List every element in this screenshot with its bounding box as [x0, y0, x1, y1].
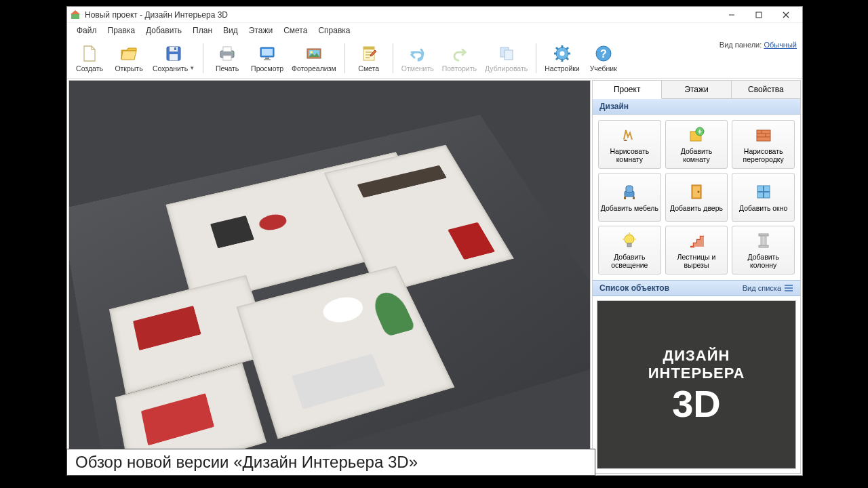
svg-rect-8 [170, 54, 178, 60]
wall-icon [754, 125, 773, 144]
create-label: Создать [76, 64, 103, 73]
duplicate-icon [497, 44, 516, 63]
chevron-down-icon: ▼ [189, 65, 195, 71]
close-button[interactable] [772, 7, 800, 22]
menu-add[interactable]: Добавить [140, 24, 187, 37]
3d-viewport[interactable] [68, 80, 591, 474]
svg-rect-63 [761, 235, 766, 246]
toolbar-separator [344, 43, 345, 73]
svg-rect-43 [757, 130, 770, 141]
list-view-toggle[interactable]: Вид списка [743, 283, 793, 293]
menu-plan[interactable]: План [187, 24, 218, 37]
add-column-button[interactable]: Добавить колонну [732, 226, 795, 274]
redo-label: Повторить [442, 64, 477, 73]
open-button[interactable]: Открыть [111, 40, 147, 77]
minimize-button[interactable] [718, 7, 745, 22]
tab-properties[interactable]: Свойства [732, 81, 800, 99]
tutorial-button[interactable]: ? Учебник [585, 40, 622, 77]
chair-icon [620, 182, 639, 201]
print-button[interactable]: Печать [209, 40, 245, 77]
menu-file[interactable]: Файл [71, 24, 102, 37]
save-icon [164, 44, 183, 63]
estimate-label: Смета [358, 64, 379, 73]
menu-estimate[interactable]: Смета [278, 24, 313, 37]
svg-rect-12 [223, 56, 231, 60]
door-icon [687, 182, 706, 201]
menu-view[interactable]: Вид [218, 24, 243, 37]
design-tool-grid: Нарисовать комнату + Добавить комнату На… [593, 115, 800, 280]
draw-partition-button[interactable]: Нарисовать перегородку [732, 120, 795, 169]
svg-point-20 [310, 51, 313, 54]
photoreal-icon [304, 44, 323, 63]
floorplan-render [68, 115, 591, 474]
svg-rect-15 [262, 49, 273, 56]
svg-rect-16 [265, 58, 269, 59]
duplicate-label: Дублировать [485, 64, 528, 73]
svg-point-54 [697, 190, 699, 192]
svg-rect-68 [785, 285, 793, 286]
svg-rect-7 [170, 47, 178, 52]
menu-help[interactable]: Справка [313, 24, 355, 37]
svg-text:+: + [698, 128, 702, 136]
svg-rect-9 [174, 47, 176, 50]
photoreal-label: Фотореализм [292, 64, 336, 73]
svg-rect-50 [624, 197, 626, 199]
add-furniture-button[interactable]: Добавить мебель [598, 173, 661, 222]
settings-button[interactable]: Настройки [542, 40, 583, 77]
lightbulb-icon [620, 231, 639, 250]
undo-icon [408, 44, 427, 63]
svg-rect-0 [71, 14, 79, 19]
print-label: Печать [216, 64, 239, 73]
app-icon [70, 9, 81, 20]
duplicate-button[interactable]: Дублировать [482, 40, 530, 77]
create-button[interactable]: Создать [71, 40, 108, 77]
svg-rect-17 [264, 59, 271, 60]
design-section-header: Дизайн [593, 99, 800, 115]
add-lighting-button[interactable]: Добавить освещение [598, 226, 661, 274]
svg-line-34 [556, 47, 558, 49]
draw-room-button[interactable]: Нарисовать комнату [598, 120, 661, 169]
svg-text:?: ? [600, 48, 607, 60]
menu-floors[interactable]: Этажи [243, 24, 278, 37]
undo-button[interactable]: Отменить [399, 40, 437, 77]
video-caption: Обзор новой версии «Дизайн Интерьера 3D» [66, 449, 595, 476]
panel-view-link[interactable]: Обычный [764, 41, 797, 49]
add-window-button[interactable]: Добавить окно [732, 173, 795, 222]
svg-rect-59 [627, 243, 631, 247]
printer-icon [218, 44, 237, 63]
svg-line-36 [566, 47, 568, 49]
draw-room-icon [620, 125, 639, 144]
menu-edit[interactable]: Правка [102, 24, 141, 37]
preview-button[interactable]: Просмотр [248, 40, 286, 77]
window-controls [718, 7, 800, 22]
window-title: Новый проект - Дизайн Интерьера 3D [85, 10, 718, 20]
add-door-button[interactable]: Добавить дверь [665, 173, 728, 222]
svg-point-13 [231, 52, 233, 54]
window-icon [754, 182, 773, 201]
svg-line-37 [556, 58, 558, 60]
svg-rect-65 [759, 245, 768, 247]
tab-floors[interactable]: Этажи [662, 81, 731, 99]
stairs-cutouts-button[interactable]: Лестницы и вырезы [665, 226, 728, 274]
settings-label: Настройки [545, 64, 580, 73]
maximize-button[interactable] [745, 7, 772, 22]
side-panel: Проект Этажи Свойства Дизайн Нарисовать … [592, 80, 801, 474]
svg-rect-27 [505, 50, 513, 60]
new-file-icon [80, 44, 99, 63]
svg-rect-69 [785, 287, 793, 289]
list-icon [784, 283, 793, 293]
app-window: Новый проект - Дизайн Интерьера 3D Файл … [66, 6, 803, 476]
redo-button[interactable]: Повторить [439, 40, 479, 77]
preview-label: Просмотр [251, 64, 283, 73]
photoreal-button[interactable]: Фотореализм [289, 40, 339, 77]
svg-rect-49 [626, 186, 633, 192]
redo-icon [450, 44, 469, 63]
estimate-button[interactable]: Смета [351, 40, 387, 77]
add-room-button[interactable]: + Добавить комнату [665, 120, 728, 169]
save-button[interactable]: Сохранить▼ [150, 40, 197, 77]
toolbar: Создать Открыть Сохранить▼ Печать Просмо… [67, 38, 802, 79]
tab-project[interactable]: Проект [593, 81, 662, 99]
svg-point-58 [625, 235, 634, 244]
tutorial-label: Учебник [590, 64, 617, 73]
svg-rect-64 [759, 234, 768, 236]
